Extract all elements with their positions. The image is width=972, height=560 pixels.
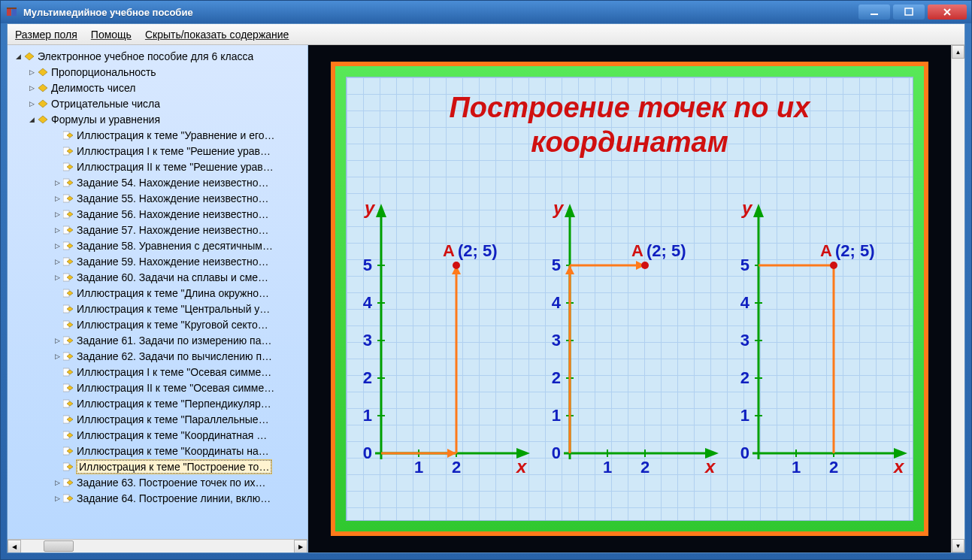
tree-item-label: Иллюстрация к теме "Координатная …	[77, 429, 267, 441]
svg-text:1: 1	[602, 458, 611, 477]
tree-item-label: Иллюстрация II к теме "Осевая симме…	[77, 382, 274, 394]
scroll-thumb[interactable]	[44, 540, 74, 552]
coordinate-plot-1: 12345012yxА(2; 5)	[351, 198, 531, 483]
tree-item[interactable]: ▷Задание 62. Задачи по вычислению п…	[11, 348, 307, 364]
svg-text:y: y	[741, 198, 753, 218]
tree-item[interactable]: Иллюстрация к теме "Построение то…	[11, 459, 307, 474]
titlebar[interactable]: Мультимедийное учебное пособие	[1, 1, 971, 23]
svg-text:А: А	[443, 241, 455, 260]
svg-point-83	[453, 262, 460, 269]
svg-text:x: x	[704, 456, 716, 477]
menu-help[interactable]: Помощь	[91, 29, 132, 41]
svg-text:1: 1	[740, 406, 749, 425]
tree-item[interactable]: Иллюстрация I к теме "Осевая симме…	[11, 364, 307, 380]
tree-item[interactable]: Иллюстрация I к теме "Решение урав…	[11, 143, 307, 159]
tree-item-label: Формулы и уравнения	[51, 114, 160, 126]
tree-item-label: Иллюстрация к теме "Координаты на…	[77, 445, 269, 457]
tree-item-label: Задание 64. Построение линии, вклю…	[77, 492, 271, 504]
tree-hscrollbar[interactable]: ◀ ▶	[8, 539, 307, 552]
tree-item[interactable]: Иллюстрация к теме "Координаты на…	[11, 443, 307, 459]
svg-text:0: 0	[740, 443, 749, 462]
maximize-button[interactable]	[893, 5, 925, 20]
scroll-down-button[interactable]: ▼	[952, 539, 964, 552]
svg-marker-7	[38, 84, 47, 92]
tree-item[interactable]: ▷Задание 56. Нахождение неизвестно…	[11, 206, 307, 222]
tree-item[interactable]: Иллюстрация к теме "Координатная …	[11, 427, 307, 443]
tree-item[interactable]: ◢Формулы и уравнения	[11, 111, 307, 127]
tree-item[interactable]: Иллюстрация II к теме "Осевая симме…	[11, 380, 307, 395]
tree-item-label: Иллюстрация I к теме "Решение урав…	[77, 145, 271, 157]
toc-tree[interactable]: ◢Электронное учебное пособие для 6 класс…	[8, 45, 307, 539]
tree-item[interactable]: ▷Задание 61. Задачи по измерению па…	[11, 332, 307, 348]
svg-text:4: 4	[362, 293, 372, 312]
tree-item[interactable]: Иллюстрация к теме "Параллельные…	[11, 411, 307, 427]
window-title: Мультимедийное учебное пособие	[23, 7, 858, 18]
svg-marker-115	[753, 204, 764, 217]
svg-text:(2; 5): (2; 5)	[646, 241, 686, 260]
tree-item[interactable]: ▷Задание 58. Уравнения с десятичным…	[11, 238, 307, 253]
tree-item-label: Отрицательные числа	[51, 98, 160, 110]
svg-text:5: 5	[551, 256, 560, 274]
scroll-up-button[interactable]: ▲	[952, 45, 964, 59]
svg-text:5: 5	[740, 256, 749, 274]
tree-item[interactable]: ▷Задание 57. Нахождение неизвестно…	[11, 222, 307, 238]
tree-item-label: Задание 54. Нахождение неизвестно…	[77, 177, 268, 189]
content-viewer: Построение точек по их координатам 12345…	[308, 45, 964, 552]
tree-item[interactable]: Иллюстрация к теме "Перпендикуляр…	[11, 395, 307, 411]
tree-item[interactable]: Иллюстрация к теме "Центральный у…	[11, 301, 307, 316]
svg-text:0: 0	[551, 443, 560, 462]
minimize-button[interactable]	[858, 5, 890, 20]
tree-item-label: Задание 55. Нахождение неизвестно…	[77, 192, 268, 204]
tree-item-label: Задание 56. Нахождение неизвестно…	[77, 208, 268, 220]
svg-rect-0	[7, 8, 11, 16]
tree-item[interactable]: ▷Задание 55. Нахождение неизвестно…	[11, 190, 307, 206]
svg-text:1: 1	[413, 458, 422, 477]
tree-item-label: Иллюстрация к теме "Уравнение и его…	[77, 129, 275, 141]
menu-field-size[interactable]: Размер поля	[15, 29, 77, 41]
svg-marker-108	[565, 265, 574, 274]
svg-text:x: x	[515, 456, 528, 477]
svg-marker-59	[376, 204, 386, 217]
tree-root[interactable]: ◢Электронное учебное пособие для 6 класс…	[11, 48, 307, 64]
svg-text:y: y	[553, 198, 565, 218]
tree-item-label: Задание 62. Задачи по вычислению п…	[77, 350, 272, 362]
svg-text:2: 2	[828, 458, 837, 477]
svg-text:2: 2	[362, 368, 371, 387]
svg-text:2: 2	[551, 368, 560, 387]
scroll-track[interactable]	[952, 59, 964, 539]
menubar: Размер поля Помощь Скрыть/показать содер…	[8, 24, 964, 45]
tree-item[interactable]: Иллюстрация к теме "Круговой секто…	[11, 316, 307, 332]
tree-item[interactable]: Иллюстрация к теме "Длина окружно…	[11, 285, 307, 301]
tree-item[interactable]: Иллюстрация к теме "Уравнение и его…	[11, 127, 307, 143]
svg-rect-3	[871, 14, 878, 15]
tree-item[interactable]: ▷Делимость чисел	[11, 80, 307, 95]
svg-marker-6	[38, 68, 47, 76]
tree-item-label: Задание 59. Нахождение неизвестно…	[77, 256, 268, 268]
svg-text:1: 1	[551, 406, 560, 425]
tree-item[interactable]: ▷Задание 59. Нахождение неизвестно…	[11, 253, 307, 269]
tree-item-label: Задание 61. Задачи по измерению па…	[77, 334, 271, 347]
coordinate-plot-3: 12345012yxА(2; 5)	[728, 198, 909, 483]
coordinate-plot-2: 12345012yxА(2; 5)	[540, 198, 720, 483]
menu-toggle-toc[interactable]: Скрыть/показать содержание	[145, 29, 289, 41]
svg-text:x: x	[892, 456, 905, 477]
viewer-vscrollbar[interactable]: ▲ ▼	[951, 45, 964, 552]
scroll-right-button[interactable]: ▶	[294, 540, 307, 552]
tree-item[interactable]: ▷Задание 64. Построение линии, вклю…	[11, 490, 307, 506]
scroll-left-button[interactable]: ◀	[8, 540, 21, 552]
app-icon	[5, 5, 19, 19]
svg-text:(2; 5): (2; 5)	[458, 241, 498, 260]
close-button[interactable]	[928, 5, 967, 20]
tree-item[interactable]: ▷Задание 63. Построение точек по их…	[11, 474, 307, 490]
svg-text:4: 4	[551, 293, 561, 312]
tree-item[interactable]: ▷Отрицательные числа	[11, 95, 307, 111]
tree-item[interactable]: ▷Пропорциональность	[11, 64, 307, 80]
scroll-track[interactable]	[21, 540, 294, 552]
tree-item[interactable]: ▷Задание 54. Нахождение неизвестно…	[11, 174, 307, 190]
toc-tree-pane: ◢Электронное учебное пособие для 6 класс…	[8, 45, 308, 552]
tree-item[interactable]: Иллюстрация II к теме "Решение урав…	[11, 159, 307, 174]
slide: Построение точек по их координатам 12345…	[346, 77, 913, 521]
tree-item-label: Делимость чисел	[51, 82, 135, 94]
tree-item[interactable]: ▷Задание 60. Задачи на сплавы и сме…	[11, 269, 307, 285]
svg-text:3: 3	[362, 331, 371, 350]
